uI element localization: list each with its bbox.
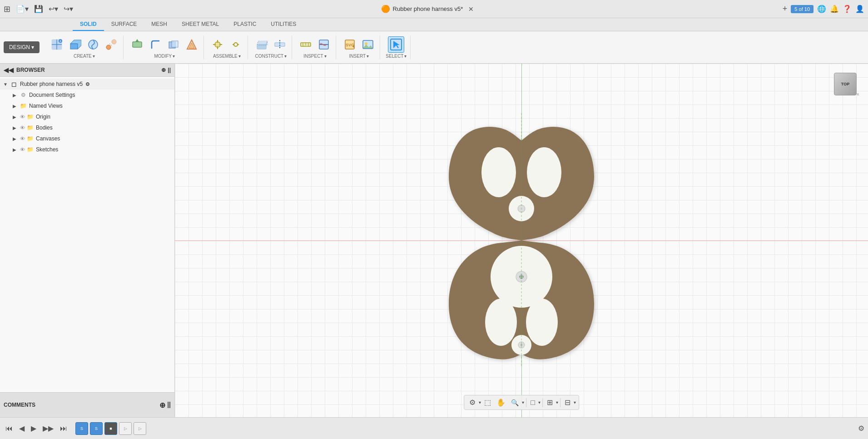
tab-solid[interactable]: SOLID [73, 18, 104, 31]
doc-settings-expand[interactable]: ▶ [11, 91, 18, 99]
sketches-label: Sketches [36, 146, 58, 153]
sketches-eye-icon[interactable]: 👁 [20, 147, 25, 152]
notifications-button[interactable]: 🔔 [830, 5, 839, 13]
look-at-button[interactable]: ⬚ [482, 397, 493, 408]
browser-bodies-item[interactable]: ▶ 👁 📁 Bodies [0, 122, 174, 133]
assemble-label[interactable]: ASSEMBLE▾ [213, 54, 241, 59]
help-button[interactable]: ❓ [843, 5, 852, 13]
grid-button[interactable]: ⊟ [562, 397, 573, 408]
create-label[interactable]: CREATE▾ [74, 54, 95, 59]
sketches-folder-icon: 📁 [26, 145, 34, 154]
origin-eye-icon[interactable]: 👁 [20, 114, 25, 120]
bodies-eye-icon[interactable]: 👁 [20, 125, 25, 130]
select-icon[interactable] [388, 36, 404, 53]
tab-utilities[interactable]: UTILITIES [263, 18, 303, 31]
timeline-snap-2[interactable]: S [90, 422, 103, 435]
timeline-snap-4[interactable]: ▷ [119, 422, 132, 435]
zoom-button[interactable]: 🔍 [509, 398, 521, 408]
timeline-snap-5[interactable]: ▷ [134, 422, 146, 435]
new-file-button[interactable]: 📄▾ [14, 4, 30, 14]
svg-marker-25 [238, 44, 239, 45]
root-expand-arrow[interactable]: ▼ [2, 80, 9, 88]
svg-rect-12 [133, 42, 142, 47]
bodies-expand[interactable]: ▶ [11, 124, 18, 131]
joint-origin-icon[interactable] [228, 36, 244, 53]
named-views-expand[interactable]: ▶ [11, 102, 18, 110]
timeline-snap-1[interactable]: S [75, 422, 88, 435]
canvases-eye-icon[interactable]: 👁 [20, 136, 25, 141]
fillet-icon[interactable] [147, 36, 164, 53]
insert-svg-icon[interactable]: SVG [342, 36, 358, 53]
tl-next-button[interactable]: ▶▶ [41, 423, 55, 434]
collapse-browser-icon[interactable]: ◀◀ [4, 66, 14, 74]
measure-icon[interactable] [298, 36, 314, 53]
browser-canvases-item[interactable]: ▶ 👁 📁 Canvases [0, 133, 174, 144]
tl-first-button[interactable]: ⏮ [4, 424, 15, 434]
root-settings-icon[interactable]: ⚙ [85, 81, 90, 87]
select-label[interactable]: SELECT▾ [386, 54, 407, 59]
create-sketch-icon[interactable]: + [49, 36, 65, 53]
comments-label: COMMENTS [4, 402, 35, 408]
section-analysis-icon[interactable] [316, 36, 332, 53]
app-grid-icon[interactable]: ⊞ [4, 4, 10, 14]
pan-button[interactable]: ✋ [494, 397, 508, 408]
model-container[interactable] [175, 64, 868, 417]
view-options-button[interactable]: □ [528, 397, 537, 408]
nav-label[interactable]: 5 of 10 [791, 5, 813, 13]
add-tab-button[interactable]: + [783, 4, 788, 14]
tl-last-button[interactable]: ⏭ [58, 424, 69, 434]
user-button[interactable]: 👤 [855, 5, 864, 13]
offset-plane-icon[interactable] [253, 36, 270, 53]
svg-point-46 [527, 147, 561, 197]
combine-icon[interactable] [165, 36, 182, 53]
view-cube[interactable]: TOP x [832, 73, 859, 100]
root-item-label: Rubber phone harness v5 [20, 81, 83, 87]
construct-label[interactable]: CONSTRUCT▾ [255, 54, 287, 59]
push-pull-icon[interactable] [129, 36, 145, 53]
timeline-settings-icon[interactable]: ⚙ [858, 424, 864, 433]
sketches-expand[interactable]: ▶ [11, 146, 18, 153]
pattern-icon[interactable] [103, 36, 119, 53]
construct-group: CONSTRUCT▾ [250, 35, 292, 60]
view-cube-box[interactable]: TOP [834, 73, 857, 95]
origin-expand[interactable]: ▶ [11, 113, 18, 120]
browser-sketches-item[interactable]: ▶ 👁 📁 Sketches [0, 144, 174, 155]
scale-icon[interactable] [184, 36, 200, 53]
tab-sheet-metal[interactable]: SHEET METAL [174, 18, 226, 31]
insert-label[interactable]: INSERT▾ [349, 54, 369, 59]
timeline-snap-3[interactable]: ■ [104, 422, 117, 435]
browser-named-views-item[interactable]: ▶ 📁 Named Views [0, 100, 174, 111]
design-button[interactable]: DESIGN ▾ [4, 41, 40, 53]
browser-collapse-icon[interactable]: || [168, 67, 171, 73]
assemble-group: ASSEMBLE▾ [206, 35, 248, 60]
midplane-icon[interactable] [272, 36, 288, 53]
save-button[interactable]: 💾 [32, 4, 45, 14]
redo-button[interactable]: ↪▾ [62, 4, 75, 14]
doc-settings-label: Document Settings [29, 92, 75, 98]
undo-button[interactable]: ↩▾ [47, 4, 60, 14]
tab-mesh[interactable]: MESH [144, 18, 174, 31]
svg-point-9 [106, 45, 111, 50]
browser-doc-settings-item[interactable]: ▶ ⚙ Document Settings [0, 90, 174, 100]
comments-collapse-icon[interactable]: || [167, 401, 171, 409]
orbit-button[interactable]: ⚙ [467, 397, 478, 408]
tl-prev-button[interactable]: ◀ [17, 423, 26, 434]
tab-surface[interactable]: SURFACE [104, 18, 144, 31]
tl-play-button[interactable]: ▶ [29, 423, 38, 434]
close-tab-button[interactable]: ✕ [466, 5, 476, 14]
modify-label[interactable]: MODIFY▾ [154, 54, 175, 59]
svg-marker-24 [232, 44, 234, 45]
browser-add-icon[interactable]: ⊕ [161, 67, 166, 73]
browser-origin-item[interactable]: ▶ 👁 📁 Origin [0, 111, 174, 122]
display-button[interactable]: ⊞ [545, 397, 555, 408]
globe-icon-button[interactable]: 🌐 [817, 5, 826, 13]
tab-plastic[interactable]: PLASTIC [226, 18, 263, 31]
browser-root-item[interactable]: ▼ ◻ Rubber phone harness v5 ⚙ [0, 79, 174, 90]
revolve-icon[interactable] [85, 36, 101, 53]
insert-image-icon[interactable] [360, 36, 376, 53]
joint-icon[interactable] [209, 36, 226, 53]
canvases-expand[interactable]: ▶ [11, 135, 18, 142]
inspect-label[interactable]: INSPECT▾ [303, 54, 326, 59]
comments-add-icon[interactable]: ⊕ [159, 401, 165, 409]
extrude-icon[interactable] [67, 36, 83, 53]
